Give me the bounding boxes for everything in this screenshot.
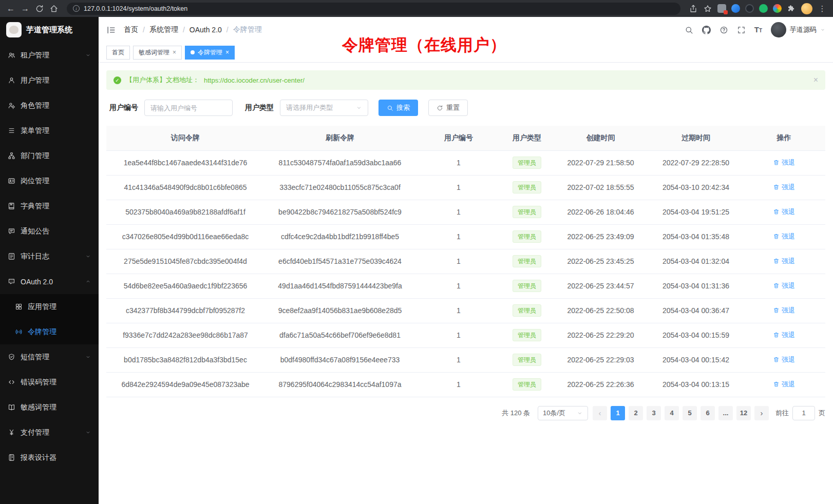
info-icon[interactable]: i bbox=[73, 5, 80, 12]
share-icon[interactable] bbox=[689, 4, 698, 13]
code-icon bbox=[8, 378, 15, 386]
sidebar-item-post[interactable]: 岗位管理 bbox=[0, 168, 99, 193]
sidebar-item-report-designer[interactable]: 报表设计器 bbox=[0, 445, 99, 470]
extension-icon[interactable] bbox=[745, 4, 754, 13]
forward-icon[interactable]: → bbox=[21, 4, 30, 13]
sidebar-item-label: 错误码管理 bbox=[21, 378, 56, 387]
pagination-page-4[interactable]: 4 bbox=[665, 406, 679, 420]
browser-menu-icon[interactable]: ⋮ bbox=[818, 4, 827, 13]
tab-home[interactable]: 首页 bbox=[106, 46, 130, 60]
pagination-page-6[interactable]: 6 bbox=[701, 406, 715, 420]
trash-icon bbox=[773, 159, 780, 166]
sidebar-item-label: 通知公告 bbox=[21, 227, 49, 236]
sidebar-item-error-code[interactable]: 错误码管理 bbox=[0, 370, 99, 395]
cell-expire-time: 2054-03-04 19:51:25 bbox=[649, 200, 743, 224]
cell-access-token: b0d1785bc3a8482f812db4a3f3bd15ec bbox=[106, 347, 264, 372]
cell-access-token: 1ea5e44f8bc1467aaede43144f31de76 bbox=[106, 150, 264, 175]
yen-icon bbox=[8, 429, 15, 436]
pagination-page-5[interactable]: 5 bbox=[683, 406, 697, 420]
bookmark-star-icon[interactable] bbox=[703, 4, 712, 13]
browser-chrome: ← → i 127.0.0.1:1024/system/oauth2/token… bbox=[0, 0, 833, 17]
sidebar-item-menu[interactable]: 菜单管理 bbox=[0, 118, 99, 143]
force-logout-button[interactable]: 强退 bbox=[773, 257, 795, 266]
search-button[interactable]: 搜索 bbox=[378, 100, 418, 116]
cell-access-token: c342377bf8b344799dcbf7bf095287f2 bbox=[106, 298, 264, 323]
help-icon[interactable] bbox=[720, 26, 728, 34]
page-size-select[interactable]: 10条/页 bbox=[538, 406, 588, 420]
pagination-more[interactable]: ... bbox=[718, 406, 733, 420]
sidebar-item-oauth2[interactable]: OAuth 2.0 bbox=[0, 269, 99, 294]
font-size-icon[interactable]: TT bbox=[754, 26, 762, 34]
url-bar[interactable]: i 127.0.0.1:1024/system/oauth2/token bbox=[67, 3, 680, 15]
cell-user-id: 1 bbox=[415, 347, 502, 372]
fullscreen-icon[interactable] bbox=[737, 26, 746, 34]
sidebar-item-oauth2-app[interactable]: 应用管理 bbox=[0, 294, 99, 319]
app-logo-row[interactable]: 芋道管理系统 bbox=[0, 17, 99, 43]
sidebar-item-pay[interactable]: 支付管理 bbox=[0, 420, 99, 445]
tab-close-icon[interactable]: × bbox=[173, 49, 176, 55]
user-type-select[interactable]: 请选择用户类型 bbox=[280, 100, 368, 116]
force-logout-button[interactable]: 强退 bbox=[773, 232, 795, 241]
navbar-tools: TT 芋道源码 bbox=[685, 22, 825, 37]
pagination-prev[interactable]: ‹ bbox=[593, 406, 607, 420]
sidebar-item-sensitive-word[interactable]: 敏感词管理 bbox=[0, 395, 99, 420]
force-logout-button[interactable]: 强退 bbox=[773, 380, 795, 389]
sidebar-item-tenant[interactable]: 租户管理 bbox=[0, 43, 99, 68]
sidebar-item-role[interactable]: 角色管理 bbox=[0, 93, 99, 118]
extension-icon[interactable] bbox=[773, 4, 782, 13]
cell-expire-time: 2054-03-04 01:32:04 bbox=[649, 249, 743, 274]
pagination-page-3[interactable]: 3 bbox=[647, 406, 661, 420]
pagination-next[interactable]: › bbox=[754, 406, 769, 420]
extension-icon[interactable] bbox=[717, 4, 726, 13]
breadcrumb-item[interactable]: 首页 bbox=[124, 25, 138, 34]
extension-icon[interactable] bbox=[759, 4, 768, 13]
breadcrumb: 首页/系统管理/OAuth 2.0/令牌管理 bbox=[124, 25, 262, 34]
sidebar-item-audit-log[interactable]: 审计日志 bbox=[0, 244, 99, 269]
goto-page-input[interactable] bbox=[792, 406, 815, 420]
breadcrumb-item[interactable]: OAuth 2.0 bbox=[190, 26, 222, 34]
cell-user-id: 1 bbox=[415, 372, 502, 397]
sidebar-fold-icon[interactable] bbox=[106, 25, 116, 35]
sidebar-item-user[interactable]: 用户管理 bbox=[0, 68, 99, 93]
user-menu[interactable]: 芋道源码 bbox=[771, 22, 825, 37]
reload-icon[interactable] bbox=[35, 4, 44, 13]
back-icon[interactable]: ← bbox=[6, 4, 15, 13]
github-icon[interactable] bbox=[702, 26, 711, 34]
tab-oauth2-token[interactable]: 令牌管理× bbox=[185, 46, 235, 60]
force-logout-button[interactable]: 强退 bbox=[773, 207, 795, 217]
force-logout-button[interactable]: 强退 bbox=[773, 306, 795, 315]
alert-doc-link[interactable]: https://doc.iocoder.cn/user-center/ bbox=[204, 76, 305, 84]
force-logout-button[interactable]: 强退 bbox=[773, 331, 795, 340]
sidebar-item-dept[interactable]: 部门管理 bbox=[0, 143, 99, 168]
tab-sensitive-word[interactable]: 敏感词管理× bbox=[133, 46, 182, 60]
sidebar-item-notice[interactable]: 通知公告 bbox=[0, 219, 99, 244]
reset-button[interactable]: 重置 bbox=[428, 100, 468, 116]
pagination-page-2[interactable]: 2 bbox=[629, 406, 643, 420]
tab-close-icon[interactable]: × bbox=[225, 49, 229, 55]
force-logout-button[interactable]: 强退 bbox=[773, 281, 795, 290]
sidebar-item-oauth2-token[interactable]: 令牌管理 bbox=[0, 319, 99, 344]
home-icon[interactable] bbox=[49, 4, 59, 13]
force-logout-button[interactable]: 强退 bbox=[773, 183, 795, 192]
sidebar-item-sms[interactable]: 短信管理 bbox=[0, 344, 99, 370]
user-type-tag: 管理员 bbox=[513, 304, 541, 317]
extension-icon[interactable] bbox=[731, 4, 740, 13]
sidebar-item-dict[interactable]: 字典管理 bbox=[0, 193, 99, 219]
force-logout-button[interactable]: 强退 bbox=[773, 355, 795, 364]
pagination-page-12[interactable]: 12 bbox=[736, 406, 751, 420]
breadcrumb-item[interactable]: 系统管理 bbox=[149, 25, 178, 34]
search-icon[interactable] bbox=[685, 26, 693, 34]
cell-create-time: 2022-07-02 18:55:55 bbox=[552, 175, 649, 200]
extensions-puzzle-icon[interactable] bbox=[787, 4, 796, 13]
user-id-input[interactable] bbox=[144, 100, 233, 116]
menu-icon bbox=[8, 127, 15, 134]
cell-expire-time: 2054-03-04 01:35:48 bbox=[649, 224, 743, 249]
users-icon bbox=[8, 51, 15, 59]
force-logout-button[interactable]: 强退 bbox=[773, 158, 795, 167]
pagination-page-1[interactable]: 1 bbox=[611, 406, 625, 420]
cell-create-time: 2022-06-25 22:50:08 bbox=[552, 298, 649, 323]
alert-close-icon[interactable]: × bbox=[813, 75, 818, 85]
sidebar-item-label: 审计日志 bbox=[21, 252, 49, 261]
browser-profile-avatar[interactable] bbox=[801, 3, 812, 14]
chevron-down-icon bbox=[85, 354, 91, 360]
